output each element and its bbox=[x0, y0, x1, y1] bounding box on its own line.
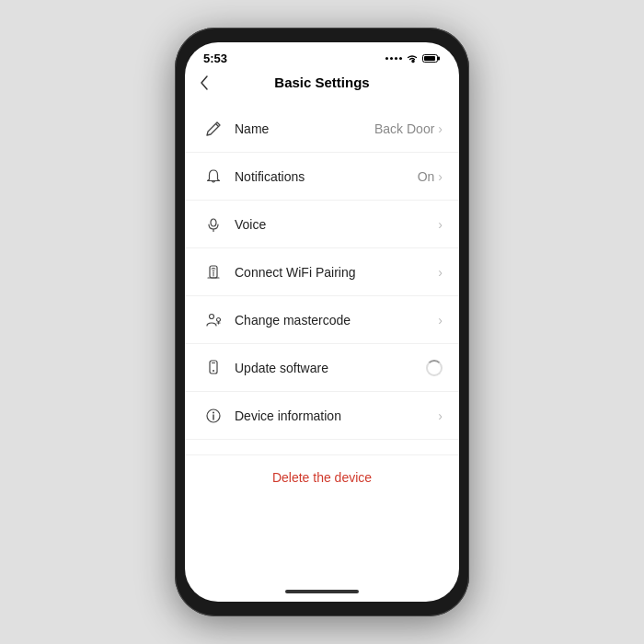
page-title: Basic Settings bbox=[274, 75, 369, 90]
device-update-icon bbox=[201, 356, 225, 380]
pencil-icon bbox=[201, 117, 225, 141]
bell-icon bbox=[201, 165, 225, 189]
menu-item-mastercode[interactable]: Change mastercode › bbox=[185, 296, 459, 344]
notifications-value: On bbox=[418, 169, 435, 184]
back-button[interactable] bbox=[200, 75, 209, 90]
update-software-label: Update software bbox=[235, 361, 426, 375]
nav-bar: Basic Settings bbox=[185, 69, 459, 98]
info-circle-icon bbox=[201, 404, 225, 428]
name-label: Name bbox=[235, 121, 374, 136]
mastercode-label: Change mastercode bbox=[235, 313, 436, 328]
voice-label: Voice bbox=[235, 217, 436, 232]
device-info-label: Device information bbox=[235, 408, 436, 423]
delete-device-section[interactable]: Delete the device bbox=[185, 454, 459, 500]
status-bar: 5:53 bbox=[185, 42, 459, 69]
battery-status-icon bbox=[422, 53, 441, 63]
status-icons bbox=[385, 53, 441, 63]
wifi-device-icon bbox=[201, 260, 225, 284]
person-key-icon bbox=[201, 308, 225, 332]
mastercode-chevron: › bbox=[438, 313, 443, 328]
signal-dots-icon bbox=[385, 57, 402, 60]
wifi-pairing-label: Connect WiFi Pairing bbox=[235, 265, 436, 280]
svg-point-8 bbox=[210, 314, 214, 318]
svg-point-12 bbox=[213, 370, 214, 372]
wifi-pairing-chevron: › bbox=[438, 265, 443, 280]
svg-rect-1 bbox=[438, 57, 441, 61]
menu-item-wifi-pairing[interactable]: Connect WiFi Pairing › bbox=[185, 248, 459, 296]
status-time: 5:53 bbox=[203, 52, 227, 65]
menu-item-notifications[interactable]: Notifications On › bbox=[185, 153, 459, 201]
menu-item-device-info[interactable]: Device information › bbox=[185, 392, 459, 440]
notifications-label: Notifications bbox=[235, 169, 418, 184]
device-info-chevron: › bbox=[438, 408, 443, 423]
menu-item-name[interactable]: Name Back Door › bbox=[185, 105, 459, 153]
name-chevron: › bbox=[438, 121, 443, 136]
delete-device-label: Delete the device bbox=[272, 470, 372, 485]
svg-point-3 bbox=[211, 219, 216, 226]
notifications-chevron: › bbox=[438, 169, 443, 184]
home-indicator bbox=[185, 581, 459, 602]
update-spinner-icon bbox=[426, 360, 443, 376]
name-value: Back Door bbox=[374, 121, 434, 136]
phone-frame: 5:53 bbox=[175, 28, 469, 616]
settings-list: Name Back Door › Notifications On › bbox=[185, 98, 459, 581]
menu-item-voice[interactable]: Voice › bbox=[185, 201, 459, 248]
home-bar bbox=[285, 590, 359, 593]
svg-point-9 bbox=[217, 317, 221, 321]
svg-rect-2 bbox=[424, 56, 435, 61]
voice-icon bbox=[201, 213, 225, 236]
phone-screen: 5:53 bbox=[185, 42, 459, 602]
wifi-status-icon bbox=[406, 53, 419, 63]
voice-chevron: › bbox=[438, 217, 443, 232]
svg-point-15 bbox=[213, 411, 214, 413]
menu-item-update-software[interactable]: Update software bbox=[185, 344, 459, 392]
